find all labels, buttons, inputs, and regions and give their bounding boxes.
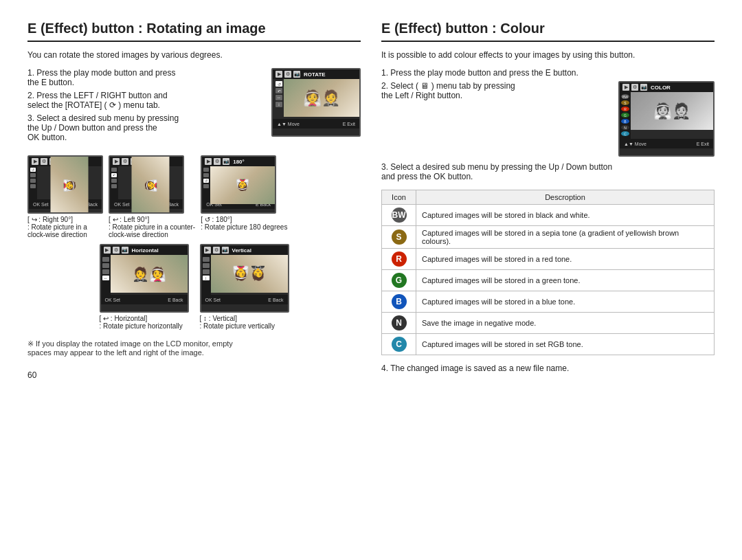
vert-wrapper: ▶ ⚙ 📷 Vertical ↕ 👰🤵 [200, 244, 289, 330]
table-row: CCaptured images will be stored in set R… [382, 334, 715, 355]
right-step-2-with-img: 2. Select ( 🖥 ) menu tab by pressingthe … [381, 81, 715, 157]
col-icon2: ⚙ [631, 84, 638, 91]
right-step-1: 1. Press the play mode button and press … [381, 68, 715, 78]
left-column: E (Effect) button : Rotating an image Yo… [27, 21, 361, 380]
step-2: 2. Press the LEFT / RIGHT button andsele… [27, 91, 263, 110]
l90-menu-dot4 [111, 184, 117, 188]
table-row: NSave the image in negative mode. [382, 313, 715, 334]
col-md5: B [621, 119, 629, 124]
effect-icon-r: R [392, 251, 407, 267]
table-cell-desc: Captured images will be stored in a red … [416, 249, 715, 270]
180-image: 👰 [210, 166, 275, 204]
table-row: RCaptured images will be stored in a red… [382, 249, 715, 270]
180-md4 [203, 184, 209, 188]
vert-icon3: 📷 [222, 247, 229, 254]
menu-sidebar: ↺ ↶ ↔ ↕ [274, 79, 284, 126]
table-cell-desc: Captured images will be stored in a gree… [416, 270, 715, 291]
exit-label: E Exit [343, 122, 355, 126]
180-md3: ↺ [203, 179, 209, 183]
r90-ok: OK Set [33, 202, 49, 207]
col-md4: G [621, 113, 629, 117]
right-column: E (Effect) button : Colour It is possibl… [381, 21, 715, 380]
horiz-desc: : Rotate picture horizontally [100, 322, 183, 330]
step-1: 1. Press the play mode button and presst… [27, 68, 263, 87]
r90-icon2: ⚙ [41, 158, 47, 165]
col-icon3: 📷 [640, 84, 647, 91]
col-md7: C [621, 131, 629, 136]
180-icon-label: [ ↺ : 180°] [201, 216, 232, 223]
hv-screens-row: ▶ ⚙ 📷 Horizontal ↔ 👰🤵 [27, 244, 361, 330]
final-note: 4. The changed image is saved as a new f… [381, 363, 715, 373]
180-md2 [203, 173, 209, 177]
table-cell-icon: G [382, 270, 416, 291]
vert-screen: ▶ ⚙ 📷 Vertical ↕ 👰🤵 [200, 244, 289, 313]
step-3: 3. Select a desired sub menu by pressing… [27, 113, 263, 142]
left-title: E (Effect) button : Rotating an image [27, 21, 361, 42]
vert-icon1: ▶ [204, 247, 211, 254]
180-icon1: ▶ [205, 158, 212, 165]
color-effects-table: Icon Descroption BWCaptured images will … [381, 190, 715, 355]
rotate-label: ROTATE [302, 71, 327, 78]
vert-back: E Back [268, 298, 283, 302]
r90-icon-label: [ ↪ : Right 90°] [27, 216, 73, 223]
col-label: COLOR [649, 85, 672, 91]
r90-menu-dot2 [30, 173, 36, 177]
col-bottom-bar: ▲▼ Move E Exit [620, 139, 713, 148]
cam-image-area: 👰🤵 [284, 79, 359, 117]
horiz-icon1: ▶ [104, 247, 111, 254]
rotation-screens-row: ▶ ⚙ 📷 Right 90 ↺ 👰 [27, 155, 361, 238]
vert-bottom: OK Set E Back [201, 295, 288, 304]
r90-desc: : Rotate picture in aclock-wise directio… [27, 223, 87, 238]
r90-menu-dot3 [30, 179, 36, 183]
vert-ok: OK Set [205, 298, 221, 302]
vert-desc: : Rotate picture vertically [200, 322, 276, 330]
effect-icon-bw: BW [392, 208, 407, 223]
right-step-2-text: 2. Select ( 🖥 ) menu tab by pressingthe … [381, 81, 515, 104]
r90-image: 👰 [51, 155, 89, 214]
left-steps-section: 1. Press the play mode button and presst… [27, 68, 361, 146]
r90-menu-dot4 [30, 184, 36, 188]
cam-icon-2: ⚙ [284, 71, 291, 78]
col-md3: R [621, 107, 629, 111]
cam-icon-3: 📷 [293, 71, 300, 78]
table-cell-icon: B [382, 291, 416, 313]
right-steps: 1. Press the play mode button and press … [381, 68, 715, 181]
table-cell-desc: Captured images will be stored in a sepi… [416, 226, 715, 249]
left-intro: You can rotate the stored images by vari… [27, 50, 361, 60]
180-icon3: 📷 [223, 158, 229, 165]
180-label: 180° [232, 159, 246, 165]
col-md1: BW [621, 94, 629, 99]
menu-dot-2: ↶ [276, 88, 282, 93]
col-move: ▲▼ Move [624, 142, 647, 146]
horiz-icon-label: [ ↩ : Horizontal] [100, 315, 148, 322]
horiz-screen: ▶ ⚙ 📷 Horizontal ↔ 👰🤵 [100, 244, 189, 313]
effect-icon-b: B [392, 294, 407, 309]
l90-menu-dot1 [111, 168, 117, 172]
l90-menu-dot3 [111, 179, 117, 183]
180-screen: ▶ ⚙ 📷 180° ↺ 👰 [201, 155, 276, 214]
menu-dot-1: ↺ [276, 81, 282, 87]
left-note: ※ If you display the rotated image on th… [27, 339, 361, 357]
horiz-md1 [102, 257, 109, 262]
horiz-label: Horizontal [131, 247, 160, 254]
color-top-bar: ▶ ⚙ 📷 COLOR [620, 82, 713, 92]
table-cell-icon: C [382, 334, 416, 355]
effect-icon-c: C [392, 337, 407, 352]
180-wrapper: ▶ ⚙ 📷 180° ↺ 👰 [201, 155, 287, 238]
table-cell-desc: Captured images will be stored in black … [416, 205, 715, 226]
table-cell-desc: Captured images will be stored in a blue… [416, 291, 715, 313]
couple-image: 👰🤵 [303, 89, 340, 107]
vert-md2 [203, 263, 210, 268]
table-cell-icon: BW [382, 205, 416, 226]
vert-md4: ↕ [203, 276, 210, 280]
table-header-desc: Descroption [416, 190, 715, 205]
col-image: 👰🤵 [631, 92, 713, 130]
page-number: 60 [27, 370, 361, 380]
vert-md1 [203, 257, 210, 262]
l90-icon1: ▶ [113, 158, 120, 165]
right90-screen: ▶ ⚙ 📷 Right 90 ↺ 👰 [27, 155, 103, 214]
vert-image: 👰🤵 [211, 255, 288, 293]
menu-dot-4: ↕ [276, 102, 282, 107]
l90-desc: : Rotate picture in a counter-clock-wise… [109, 223, 195, 238]
r90-icon1: ▶ [32, 158, 38, 165]
